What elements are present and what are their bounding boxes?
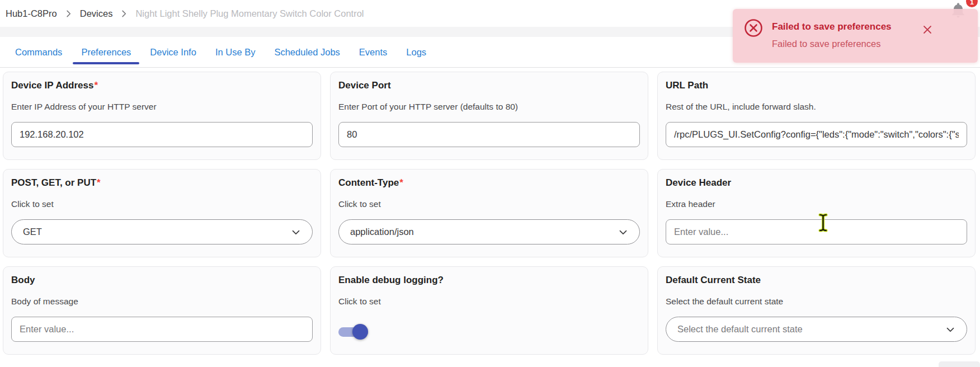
tab-in-use-by[interactable]: In Use By <box>206 37 265 67</box>
preference-card-url-path: URL PathRest of the URL, include forward… <box>657 72 976 160</box>
preference-description: Body of message <box>11 296 313 307</box>
tab-scheduled-jobs[interactable]: Scheduled Jobs <box>265 37 349 67</box>
dropdown-value: GET <box>23 227 42 237</box>
preference-card-device-port: Device PortEnter Port of your HTTP serve… <box>330 72 648 160</box>
preference-title: POST, GET, or PUT* <box>11 177 313 189</box>
tab-logs[interactable]: Logs <box>397 37 436 67</box>
preference-title: URL Path <box>666 79 967 92</box>
required-asterisk: * <box>399 177 403 188</box>
preference-card-device-ip-address: Device IP Address*Enter IP Address of yo… <box>3 72 321 160</box>
preference-description: Select the default current state <box>666 296 967 307</box>
breadcrumb: Hub1-C8ProDevicesNight Light Shelly Plug… <box>6 8 364 19</box>
preference-title: Device Port <box>338 79 640 92</box>
preferences-grid: Device IP Address*Enter IP Address of yo… <box>3 72 976 355</box>
device-port-input[interactable] <box>338 122 640 147</box>
default-current-state-dropdown[interactable]: Select the default current state <box>666 317 967 342</box>
corner-element <box>939 361 980 367</box>
toast-message: Failed to save preferences <box>772 39 880 49</box>
preference-title: Content-Type* <box>338 177 640 189</box>
chevron-down-icon <box>290 226 302 238</box>
toast-title: Failed to save preferences <box>772 21 892 32</box>
content-type-dropdown[interactable]: application/json <box>338 219 640 244</box>
required-asterisk: * <box>94 80 98 91</box>
preference-card-http-method: POST, GET, or PUT*Click to setGET <box>3 169 321 257</box>
tab-commands[interactable]: Commands <box>6 37 72 67</box>
preference-title: Device IP Address* <box>11 79 313 92</box>
breadcrumb-item[interactable]: Hub1-C8Pro <box>6 8 57 19</box>
breadcrumb-item: Night Light Shelly Plug Momentary Switch… <box>135 8 364 19</box>
preference-description: Click to set <box>338 199 640 210</box>
preference-card-enable-debug-logging: Enable debug logging?Click to set <box>330 266 648 355</box>
preference-description: Click to set <box>11 199 313 210</box>
chevron-right-icon <box>120 10 128 18</box>
preference-description: Rest of the URL, include forward slash. <box>666 101 967 112</box>
breadcrumb-item[interactable]: Devices <box>80 8 113 19</box>
preference-description: Enter Port of your HTTP server (defaults… <box>338 101 640 112</box>
preference-description: Enter IP Address of your HTTP server <box>11 101 313 112</box>
preference-card-default-current-state: Default Current StateSelect the default … <box>657 266 976 355</box>
tab-preferences[interactable]: Preferences <box>72 37 140 67</box>
toggle-thumb <box>352 324 368 340</box>
preference-title: Default Current State <box>666 274 967 286</box>
preference-description: Click to set <box>338 296 640 307</box>
device-header-input[interactable] <box>666 219 967 244</box>
preference-card-device-header: Device HeaderExtra header <box>657 169 976 257</box>
preference-description: Extra header <box>666 199 967 210</box>
dropdown-value: application/json <box>350 227 414 237</box>
error-toast: Failed to save preferences Failed to sav… <box>733 9 978 63</box>
preference-title: Device Header <box>666 177 967 189</box>
preference-card-body: BodyBody of message <box>3 266 321 355</box>
body-input[interactable] <box>11 317 313 342</box>
enable-debug-logging-toggle[interactable] <box>338 324 368 340</box>
dropdown-value: Select the default current state <box>677 324 803 335</box>
preference-card-content-type: Content-Type*Click to setapplication/jso… <box>330 169 648 257</box>
preference-title: Body <box>11 274 313 286</box>
device-ip-address-input[interactable] <box>11 122 313 147</box>
error-circle-icon <box>744 18 763 40</box>
tab-device-info[interactable]: Device Info <box>140 37 206 67</box>
chevron-right-icon <box>64 10 73 18</box>
preference-title: Enable debug logging? <box>338 274 640 286</box>
toast-close-icon[interactable] <box>922 24 933 35</box>
http-method-dropdown[interactable]: GET <box>11 219 313 244</box>
chevron-down-icon <box>617 226 629 238</box>
chevron-down-icon <box>944 323 957 336</box>
required-asterisk: * <box>97 177 101 188</box>
tab-events[interactable]: Events <box>350 37 397 67</box>
url-path-input[interactable] <box>666 122 967 147</box>
